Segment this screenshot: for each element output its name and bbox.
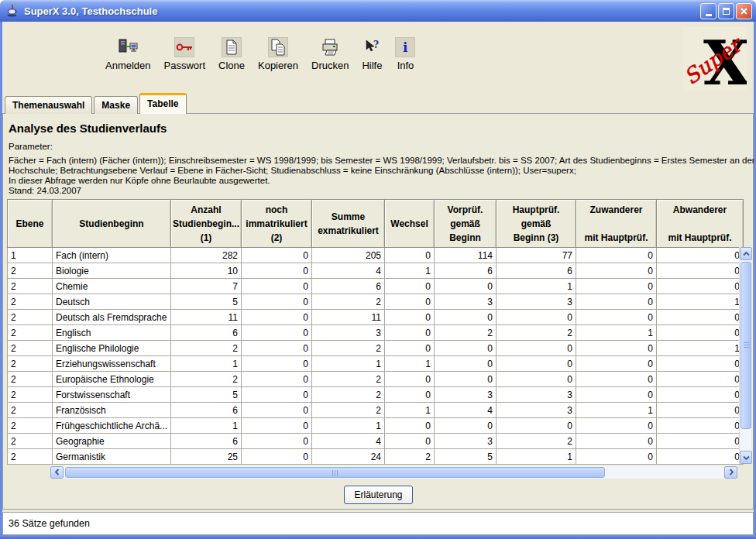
table-row[interactable]: 2Deutsch als Fremdsprache1101100000 (8, 310, 744, 325)
maximize-button[interactable] (718, 3, 734, 19)
toolbar-button-kopieren[interactable]: Kopieren (258, 37, 298, 71)
column-header-ebene[interactable]: Ebene (8, 200, 53, 248)
table-row[interactable]: 2Deutsch50203301 (8, 294, 744, 310)
column-header-wechsel[interactable]: Wechsel (385, 200, 435, 248)
table-cell: 0 (242, 356, 312, 372)
table-cell: 0 (385, 248, 435, 263)
column-header-studienbeginn[interactable]: Studienbeginn (53, 200, 171, 248)
table-cell: Germanistik (53, 449, 171, 465)
table-cell: 2 (8, 356, 53, 372)
parameter-label: Parameter: (9, 142, 53, 151)
toolbar-button-passwort[interactable]: Passwort (164, 37, 205, 71)
table-cell: 205 (312, 248, 385, 263)
table-cell: 0 (385, 418, 435, 434)
tab-maske[interactable]: Maske (94, 96, 138, 114)
table-cell: 6 (312, 279, 385, 294)
toolbar-button-anmelden[interactable]: Anmelden (105, 37, 151, 71)
table-cell: 0 (576, 279, 657, 294)
close-button[interactable] (736, 3, 752, 19)
table-cell: 3 (497, 387, 576, 403)
toolbar-button-hilfe[interactable]: ? Hilfe (362, 37, 382, 71)
table-row[interactable]: 2Forstwissenschaft50203300 (8, 387, 744, 403)
table-row[interactable]: 2Germanistik2502425100 (8, 449, 744, 465)
table-cell: 0 (385, 434, 435, 449)
column-header-anzahl[interactable]: Anzahl Studienbegin... (1) (171, 200, 242, 248)
table-cell: 6 (497, 263, 576, 279)
window-border (0, 22, 2, 539)
parameter-line: Fächer = Fach (intern) (Fächer (intern))… (9, 156, 755, 165)
column-header-immatrikuliert[interactable]: noch immatrikuliert (2) (242, 200, 312, 248)
toolbar-button-clone[interactable]: Clone (218, 37, 245, 71)
scroll-up-button[interactable] (740, 247, 752, 260)
table-cell: 6 (435, 263, 497, 279)
table-cell: 114 (435, 248, 497, 263)
password-icon (174, 37, 194, 57)
erlaeuterung-button[interactable]: Erläuterung (344, 486, 413, 504)
table-cell: 0 (657, 263, 744, 279)
login-icon (118, 37, 138, 57)
table-cell: 2 (8, 294, 53, 310)
tab-themenauswahl[interactable]: Themenauswahl (5, 96, 92, 114)
minimize-button[interactable] (700, 3, 716, 19)
table-cell: 0 (435, 341, 497, 356)
table-row[interactable]: 2Englische Philologie20200001 (8, 341, 744, 356)
table-cell: 0 (657, 356, 744, 372)
table-cell: Europäische Ethnologie (53, 372, 171, 387)
table-cell: 0 (242, 387, 312, 403)
table-row[interactable]: 2Französisch60214310 (8, 403, 744, 418)
table-cell: 4 (435, 403, 497, 418)
scroll-right-button[interactable] (724, 466, 737, 479)
table-row[interactable]: 2Biologie100416600 (8, 263, 744, 279)
scroll-down-button[interactable] (740, 451, 752, 464)
table-cell: 1 (576, 325, 657, 341)
table-cell: 0 (242, 341, 312, 356)
table-row[interactable]: 1Fach (intern)282020501147700 (8, 248, 744, 263)
tab-tabelle[interactable]: Tabelle (139, 93, 186, 114)
table-cell: 0 (657, 310, 744, 325)
table-row[interactable]: 2Frühgeschichtliche Archä...10100000 (8, 418, 744, 434)
table-row[interactable]: 2Erziehungswissenschaft10110000 (8, 356, 744, 372)
table-cell: 1 (171, 418, 242, 434)
table-cell: 2 (8, 403, 53, 418)
chevron-down-icon (743, 455, 750, 461)
column-header-vorpruef[interactable]: Vorprüf. gemäß Beginn (435, 200, 497, 248)
scroll-left-button[interactable] (50, 466, 64, 479)
table-cell: 0 (497, 372, 576, 387)
table-cell: 0 (435, 279, 497, 294)
table-row[interactable]: 2Chemie70600100 (8, 279, 744, 294)
table-cell: 2 (312, 372, 385, 387)
table-cell: 5 (171, 294, 242, 310)
column-header-abwanderer[interactable]: Abwanderer mit Hauptprüf. (657, 200, 744, 248)
table-row[interactable]: 2Europäische Ethnologie20200000 (8, 372, 744, 387)
title-bar[interactable]: SuperX 3.0, Testhochschule (0, 0, 756, 22)
window-border (0, 535, 756, 539)
vertical-scrollbar[interactable] (739, 247, 751, 464)
column-header-hauptpruef[interactable]: Hauptprüf. gemäß Beginn (3) (497, 200, 576, 248)
table-cell: 6 (171, 403, 242, 418)
column-header-exmatrikuliert[interactable]: Summe exmatrikuliert (312, 200, 385, 248)
vertical-scroll-thumb[interactable] (741, 262, 751, 429)
table-cell: Frühgeschichtliche Archä... (53, 418, 171, 434)
toolbar-button-info[interactable]: i Info (395, 37, 415, 71)
table-row[interactable]: 2Englisch60302210 (8, 325, 744, 341)
table-cell: 6 (171, 434, 242, 449)
table-cell: 0 (657, 279, 744, 294)
table-cell: 2 (8, 341, 53, 356)
table-cell: Fach (intern) (53, 248, 171, 263)
info-icon: i (395, 37, 415, 57)
toolbar-button-drucken[interactable]: Drucken (311, 37, 349, 71)
toolbar-label: Clone (218, 60, 245, 71)
table-cell: 2 (497, 325, 576, 341)
table-cell: 0 (242, 449, 312, 465)
superx-logo: X Super (683, 27, 747, 91)
table-cell: 1 (312, 356, 385, 372)
clone-icon (222, 37, 242, 57)
horizontal-scrollbar[interactable] (50, 465, 737, 479)
table-row[interactable]: 2Geographie60403200 (8, 434, 744, 449)
column-header-zuwanderer[interactable]: Zuwanderer mit Hauptprüf. (576, 200, 657, 248)
table-cell: 0 (435, 356, 497, 372)
table-body: 1Fach (intern)2820205011477002Biologie10… (8, 248, 744, 465)
table-cell: 1 (385, 263, 435, 279)
horizontal-scroll-thumb[interactable] (65, 467, 605, 478)
table-cell: 1 (312, 418, 385, 434)
